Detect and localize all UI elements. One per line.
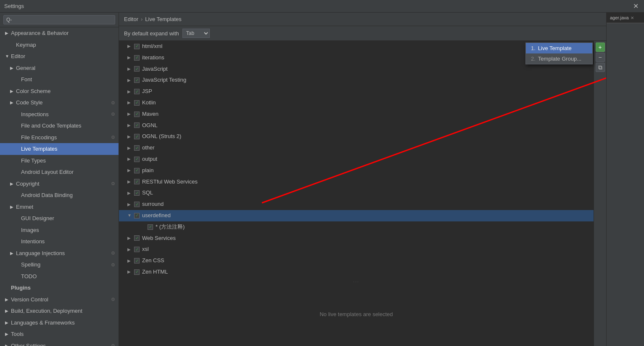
group-checkbox[interactable] — [134, 55, 140, 61]
dropdown-item-template-group[interactable]: 2. Template Group... — [526, 53, 592, 64]
gear-icon: ⚙ — [111, 111, 115, 118]
sidebar-item-file-encodings[interactable]: File Encodings ⚙ — [0, 132, 119, 144]
sidebar-item-live-templates[interactable]: Live Templates — [0, 143, 119, 155]
sidebar-item-label: Other Settings — [11, 342, 46, 346]
group-checkbox[interactable] — [134, 89, 140, 94]
search-input[interactable] — [3, 15, 115, 24]
group-checkbox[interactable] — [134, 112, 140, 117]
group-checkbox[interactable] — [134, 134, 140, 139]
dropdown-item-live-template[interactable]: 1. Live Template — [526, 43, 592, 53]
sidebar-item-gui-designer[interactable]: GUI Designer — [0, 213, 119, 224]
group-checkbox[interactable] — [134, 77, 140, 83]
template-group-ognl[interactable]: ▶ OGNL — [119, 120, 594, 131]
template-group-sql[interactable]: ▶ SQL — [119, 187, 594, 199]
sidebar-item-label: File and Code Templates — [21, 122, 82, 130]
sidebar-item-language-injections[interactable]: ▶ Language Injections ⚙ — [0, 248, 119, 259]
sidebar-item-plugins[interactable]: Plugins — [0, 282, 119, 294]
sidebar-item-general[interactable]: ▶ General — [0, 62, 119, 74]
no-selection-text: No live templates are selected — [119, 303, 594, 326]
group-checkbox[interactable] — [134, 190, 140, 196]
group-label: Web Services — [142, 234, 176, 243]
group-checkbox[interactable] — [134, 100, 140, 106]
template-group-userdefined[interactable]: ▼ userdefined — [119, 210, 594, 221]
copy-button[interactable]: ⧉ — [596, 63, 605, 72]
search-box — [0, 13, 119, 27]
template-group-zen-css[interactable]: ▶ Zen CSS — [119, 255, 594, 266]
sidebar-item-keymap[interactable]: Keymap — [0, 39, 119, 51]
sidebar-item-editor[interactable]: ▼ Editor — [0, 51, 119, 62]
sidebar-item-build-execution[interactable]: ▶ Build, Execution, Deployment — [0, 305, 119, 317]
sidebar-item-android-layout-editor[interactable]: Android Layout Editor — [0, 166, 119, 178]
expand-arrow: ▶ — [5, 331, 9, 337]
group-label: Zen HTML — [142, 268, 168, 277]
template-group-ognl-struts2[interactable]: ▶ OGNL (Struts 2) — [119, 131, 594, 142]
group-checkbox[interactable] — [134, 44, 140, 49]
sidebar-item-android-data-binding[interactable]: Android Data Binding — [0, 189, 119, 201]
template-group-plain[interactable]: ▶ plain — [119, 165, 594, 176]
sidebar-item-label: Version Control — [11, 295, 48, 304]
sidebar-item-copyright[interactable]: ▶ Copyright ⚙ — [0, 178, 119, 190]
template-group-xsl[interactable]: ▶ xsl — [119, 244, 594, 255]
group-checkbox[interactable] — [134, 247, 140, 252]
template-group-javascript-testing[interactable]: ▶ JavaScript Testing — [119, 75, 594, 86]
sidebar-item-tools[interactable]: ▶ Tools — [0, 328, 119, 340]
template-group-iterations[interactable]: ▶ iterations — [119, 52, 594, 64]
group-checkbox[interactable] — [134, 122, 140, 128]
editor-tab[interactable]: ager.java ✕ — [607, 13, 644, 23]
group-checkbox[interactable] — [134, 258, 140, 263]
template-item-method-comment[interactable]: * (方法注释) — [119, 221, 594, 233]
template-group-zen-html[interactable]: ▶ Zen HTML — [119, 266, 594, 278]
template-group-surround[interactable]: ▶ surround — [119, 199, 594, 210]
sidebar-item-label: Tools — [11, 330, 24, 338]
template-group-jsp[interactable]: ▶ JSP — [119, 86, 594, 97]
expand-with-select[interactable]: Tab Space Enter — [182, 29, 210, 38]
tab-close-icon[interactable]: ✕ — [631, 16, 634, 20]
close-button[interactable]: ✕ — [631, 2, 640, 11]
sidebar-item-spelling[interactable]: Spelling ⚙ — [0, 259, 119, 271]
add-button[interactable]: + — [596, 43, 605, 52]
sidebar-item-emmet[interactable]: ▶ Emmet — [0, 201, 119, 213]
template-group-output[interactable]: ▶ output — [119, 154, 594, 165]
sidebar-item-color-scheme[interactable]: ▶ Color Scheme — [0, 85, 119, 97]
expand-arrow: ▼ — [5, 53, 9, 59]
group-label: OGNL (Struts 2) — [142, 132, 181, 141]
sidebar-item-other-settings[interactable]: ▶ Other Settings ⚙ — [0, 340, 119, 346]
sidebar-item-code-style[interactable]: ▶ Code Style ⚙ — [0, 97, 119, 109]
sidebar-item-intentions[interactable]: Intentions — [0, 236, 119, 248]
remove-button[interactable]: − — [596, 53, 605, 62]
template-group-web-services[interactable]: ▶ Web Services — [119, 233, 594, 244]
group-checkbox[interactable] — [134, 235, 140, 241]
sidebar-item-languages-frameworks[interactable]: ▶ Languages & Frameworks — [0, 317, 119, 329]
dropdown-menu: 1. Live Template 2. Template Group... — [525, 43, 593, 64]
sidebar-item-todo[interactable]: TODO — [0, 271, 119, 282]
sidebar-item-file-and-code-templates[interactable]: File and Code Templates — [0, 120, 119, 132]
group-checkbox[interactable] — [134, 213, 140, 218]
sidebar-item-font[interactable]: Font — [0, 74, 119, 85]
sidebar-item-label: Editor — [11, 52, 25, 61]
template-group-kotlin[interactable]: ▶ Kotlin — [119, 97, 594, 109]
group-checkbox[interactable] — [134, 179, 140, 184]
group-checkbox[interactable] — [134, 202, 140, 207]
sidebar-item-appearance-behavior[interactable]: ▶ Appearance & Behavior — [0, 27, 119, 39]
item-checkbox[interactable] — [148, 224, 153, 230]
group-checkbox[interactable] — [134, 157, 140, 162]
template-group-other[interactable]: ▶ other — [119, 142, 594, 154]
main-layout: ▶ Appearance & Behavior Keymap ▼ Editor … — [0, 13, 644, 346]
template-group-html-xml[interactable]: ▶ html/xml — [119, 41, 594, 52]
sidebar-item-images[interactable]: Images — [0, 224, 119, 236]
sidebar-item-label: Images — [21, 226, 39, 234]
template-group-javascript[interactable]: ▶ JavaScript — [119, 64, 594, 75]
expand-arrow: ▶ — [127, 111, 132, 117]
template-group-maven[interactable]: ▶ Maven — [119, 109, 594, 120]
sidebar-item-label: Android Layout Editor — [21, 168, 74, 176]
sidebar-item-file-types[interactable]: File Types — [0, 155, 119, 167]
sidebar-item-inspections[interactable]: Inspections ⚙ — [0, 109, 119, 120]
group-checkbox[interactable] — [134, 66, 140, 72]
group-checkbox[interactable] — [134, 269, 140, 275]
sidebar-item-version-control[interactable]: ▶ Version Control ⚙ — [0, 294, 119, 306]
group-checkbox[interactable] — [134, 168, 140, 173]
gear-icon: ⚙ — [111, 342, 115, 346]
group-checkbox[interactable] — [134, 145, 140, 151]
expand-arrow: ▶ — [127, 156, 132, 162]
template-group-restful[interactable]: ▶ RESTful Web Services — [119, 176, 594, 188]
